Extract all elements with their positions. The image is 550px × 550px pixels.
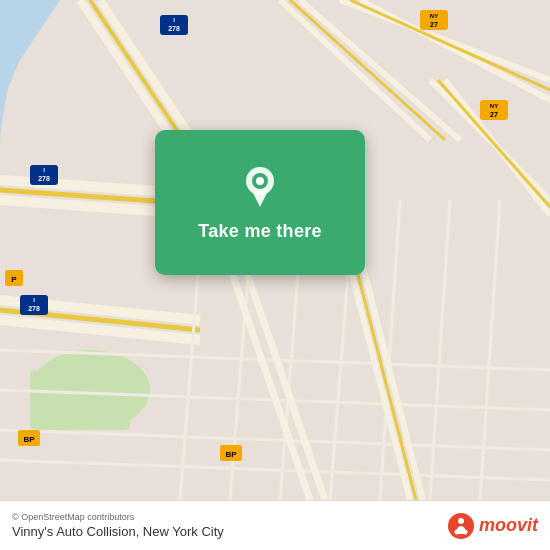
svg-text:27: 27: [490, 111, 498, 118]
moovit-logo: moovit: [447, 512, 538, 540]
svg-text:NY: NY: [430, 13, 438, 19]
svg-text:BP: BP: [225, 450, 237, 459]
svg-point-63: [458, 518, 464, 524]
svg-point-64: [454, 529, 459, 534]
location-card[interactable]: Take me there: [155, 130, 365, 275]
svg-text:P: P: [11, 275, 17, 284]
bottom-bar: © OpenStreetMap contributors Vinny's Aut…: [0, 500, 550, 550]
svg-text:NY: NY: [490, 103, 498, 109]
svg-text:278: 278: [168, 25, 180, 32]
take-me-there-button[interactable]: Take me there: [198, 221, 322, 242]
svg-point-65: [462, 529, 467, 534]
moovit-icon: [447, 512, 475, 540]
svg-marker-61: [252, 191, 268, 207]
bottom-left-info: © OpenStreetMap contributors Vinny's Aut…: [12, 512, 224, 539]
svg-text:27: 27: [430, 21, 438, 28]
location-name: Vinny's Auto Collision, New York City: [12, 524, 224, 539]
moovit-text: moovit: [479, 515, 538, 536]
map-container: I 278 NY 27 NY 27 I 278 I 278 BP BP P: [0, 0, 550, 500]
svg-rect-2: [30, 370, 130, 430]
svg-text:278: 278: [28, 305, 40, 312]
location-pin-icon: [236, 163, 284, 211]
svg-text:BP: BP: [23, 435, 35, 444]
svg-text:278: 278: [38, 175, 50, 182]
copyright-text: © OpenStreetMap contributors: [12, 512, 224, 522]
svg-point-60: [256, 177, 264, 185]
